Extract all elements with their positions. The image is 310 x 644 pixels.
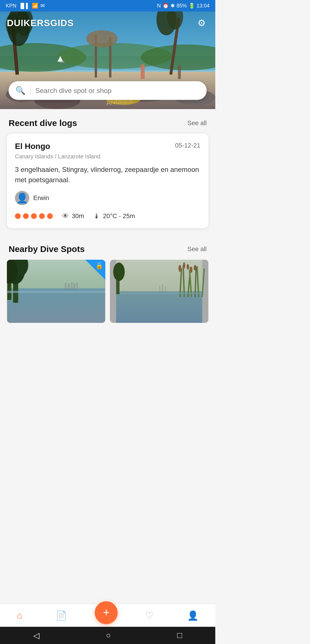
dive-spot-card-1[interactable]: 🔒 xyxy=(7,260,105,323)
search-bar[interactable]: 🔍 xyxy=(9,81,207,100)
nearby-dive-spots-title: Nearby Dive Spots xyxy=(9,244,85,254)
diver-name: Erwin xyxy=(33,194,49,202)
settings-button[interactable]: ⚙ xyxy=(195,16,208,30)
svg-rect-37 xyxy=(68,283,70,290)
card-header: El Hongo 05-12-21 xyxy=(15,142,200,151)
svg-point-50 xyxy=(179,265,181,272)
svg-rect-36 xyxy=(65,283,67,290)
card-footer: 👁 30m 🌡 20°C - 25m xyxy=(15,212,200,220)
rating-dot-2 xyxy=(23,213,29,219)
alarm-icon: ⏰ xyxy=(162,3,169,9)
nearby-dive-spots-section: Nearby Dive Spots See all xyxy=(0,235,215,330)
spot-photo-1 xyxy=(7,260,105,323)
avatar-icon: 👤 xyxy=(16,192,28,204)
hero-section: ANDREA DUIKERSGIDS ⚙ 🔍 xyxy=(0,11,215,109)
mail-icon: ✉ xyxy=(40,3,45,9)
svg-rect-39 xyxy=(73,284,75,290)
recent-dive-logs-title: Recent dive logs xyxy=(9,118,77,128)
svg-rect-29 xyxy=(7,288,105,323)
nfc-icon: N xyxy=(157,3,161,9)
svg-point-51 xyxy=(183,262,185,269)
search-container: 🔍 xyxy=(9,81,207,100)
battery-icon: 🔋 xyxy=(189,3,195,9)
dive-spot-card-2[interactable] xyxy=(110,260,208,323)
wifi-icon: 📶 xyxy=(32,3,38,9)
dive-name: El Hongo xyxy=(15,142,50,151)
svg-rect-60 xyxy=(165,286,166,293)
temperature-stat: 🌡 20°C - 25m xyxy=(93,212,135,220)
battery-level: 85% xyxy=(177,3,187,9)
rating-dot-4 xyxy=(39,213,45,219)
carrier-label: KPN xyxy=(6,3,16,9)
dive-log-card[interactable]: El Hongo 05-12-21 Canary Islands / Lanza… xyxy=(7,134,208,228)
visibility-stat: 👁 30m xyxy=(62,212,84,220)
svg-point-54 xyxy=(194,265,196,271)
svg-rect-40 xyxy=(76,283,78,290)
svg-rect-55 xyxy=(116,293,202,294)
nearby-see-all-button[interactable]: See all xyxy=(187,245,207,253)
signal-icon: ▐▌▌ xyxy=(19,3,30,9)
status-right: N ⏰ ✱ 85% 🔋 13:04 xyxy=(157,3,210,9)
status-bar: KPN ▐▌▌ 📶 ✉ N ⏰ ✱ 85% 🔋 13:04 xyxy=(0,0,215,11)
thermometer-icon: 🌡 xyxy=(93,212,100,220)
rating-dot-3 xyxy=(31,213,37,219)
rating-dots xyxy=(15,213,53,219)
hero-header: DUIKERSGIDS ⚙ xyxy=(0,11,215,34)
avatar: 👤 xyxy=(15,191,29,205)
rating-dot-5 xyxy=(47,213,53,219)
bluetooth-icon: ✱ xyxy=(170,3,175,9)
dive-location: Canary Islands / Lanzarote Island xyxy=(15,153,200,160)
lock-icon: 🔒 xyxy=(95,262,103,269)
eye-icon: 👁 xyxy=(62,212,69,220)
nearby-dive-spots-header: Nearby Dive Spots See all xyxy=(0,235,215,260)
svg-rect-38 xyxy=(71,282,73,290)
search-icon: 🔍 xyxy=(16,86,26,95)
visibility-value: 30m xyxy=(72,212,84,220)
svg-point-57 xyxy=(113,263,125,281)
search-input[interactable] xyxy=(35,87,200,95)
app-title: DUIKERSGIDS xyxy=(7,18,74,28)
main-content: Recent dive logs See all El Hongo 05-12-… xyxy=(0,109,215,330)
temperature-value: 20°C - 25m xyxy=(103,212,135,220)
status-left: KPN ▐▌▌ 📶 ✉ xyxy=(6,3,45,9)
recent-see-all-button[interactable]: See all xyxy=(187,119,207,127)
svg-rect-35 xyxy=(7,291,105,293)
svg-rect-42 xyxy=(116,291,202,323)
svg-rect-58 xyxy=(159,286,160,293)
search-divider xyxy=(30,86,31,95)
gear-icon: ⚙ xyxy=(197,18,206,28)
svg-point-53 xyxy=(190,267,193,273)
spots-grid: 🔒 xyxy=(0,260,215,330)
time-display: 13:04 xyxy=(197,3,210,9)
dive-description: 3 engelhaaien, Stingray, vlinderrog, zee… xyxy=(15,164,200,185)
recent-dive-logs-header: Recent dive logs See all xyxy=(0,109,215,134)
dive-date: 05-12-21 xyxy=(175,142,200,149)
svg-rect-59 xyxy=(162,284,163,293)
svg-point-52 xyxy=(187,264,189,270)
diver-info: 👤 Erwin xyxy=(15,191,200,205)
rating-dot-1 xyxy=(15,213,21,219)
spot-photo-2 xyxy=(110,260,208,323)
